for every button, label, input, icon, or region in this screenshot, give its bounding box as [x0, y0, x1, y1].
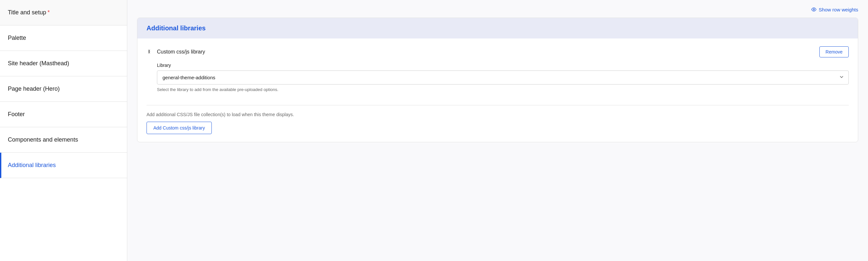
library-field-label: Library — [157, 63, 849, 68]
main-content: Show row weights Additional libraries Cu… — [127, 0, 868, 261]
library-select[interactable]: general-theme-additions bootstrap jquery… — [157, 70, 849, 85]
panel-title: Additional libraries — [147, 25, 849, 32]
drag-handle-icon — [147, 48, 152, 55]
sidebar-item-page-header[interactable]: Page header (Hero) — [0, 76, 127, 102]
sidebar-item-footer[interactable]: Footer — [0, 102, 127, 127]
sidebar-item-site-header[interactable]: Site header (Masthead) — [0, 51, 127, 76]
sidebar-item-components[interactable]: Components and elements — [0, 127, 127, 153]
remove-button[interactable]: Remove — [819, 46, 849, 57]
show-row-weights-link[interactable]: Show row weights — [811, 6, 858, 12]
library-item-name: Custom css/js library — [157, 49, 205, 55]
sidebar-item-palette[interactable]: Palette — [0, 26, 127, 51]
sidebar-item-label: Palette — [8, 35, 26, 41]
add-info-text: Add additional CSS/JS file collection(s)… — [147, 112, 849, 117]
divider — [147, 105, 849, 105]
sidebar-item-label: Components and elements — [8, 136, 78, 143]
sidebar-item-label: Site header (Masthead) — [8, 60, 69, 67]
sidebar-item-label: Footer — [8, 111, 25, 118]
panel-body: Custom css/js library Remove Library gen… — [137, 38, 858, 142]
sidebar-item-label: Page header (Hero) — [8, 86, 60, 92]
sidebar: Title and setup * Palette Site header (M… — [0, 0, 127, 261]
show-row-weights-container: Show row weights — [137, 6, 858, 12]
library-item: Custom css/js library Remove Library gen… — [147, 46, 849, 99]
show-row-weights-label: Show row weights — [819, 7, 858, 12]
sidebar-item-title-setup[interactable]: Title and setup * — [0, 0, 127, 26]
eye-icon — [811, 6, 817, 12]
panel-header: Additional libraries — [137, 18, 858, 38]
svg-point-0 — [813, 9, 815, 10]
library-item-header: Custom css/js library Remove — [157, 46, 849, 57]
additional-libraries-panel: Additional libraries Custom css/js libra… — [137, 18, 858, 142]
sidebar-item-label: Title and setup — [8, 9, 46, 16]
required-indicator: * — [47, 9, 50, 16]
add-custom-library-button[interactable]: Add Custom css/js library — [147, 122, 212, 134]
library-item-content: Custom css/js library Remove Library gen… — [157, 46, 849, 99]
field-help-text: Select the library to add from the avail… — [157, 87, 849, 92]
library-select-wrapper: general-theme-additions bootstrap jquery… — [157, 70, 849, 85]
drag-handle[interactable] — [147, 47, 152, 55]
sidebar-item-additional-libraries[interactable]: Additional libraries — [0, 153, 127, 178]
sidebar-item-label: Additional libraries — [8, 162, 56, 168]
